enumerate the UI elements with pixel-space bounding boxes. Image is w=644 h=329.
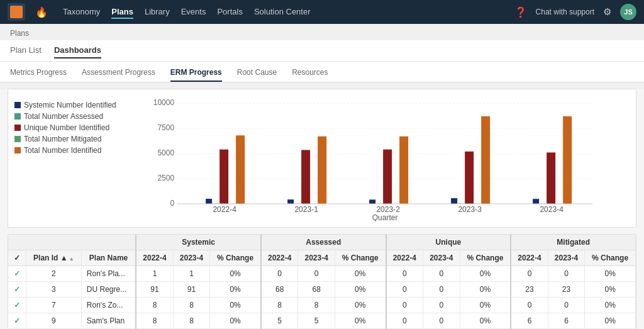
svg-text:2022-4: 2022-4 [213, 205, 236, 214]
chart-container: Systemic Number Identified Total Number … [8, 89, 636, 228]
row-u-pct: 0% [460, 313, 511, 329]
nav-plans[interactable]: Plans [111, 6, 133, 19]
legend-color-systemic-identified [14, 102, 21, 108]
table-col-header-row: ✓ Plan Id ▲ Plan Name 2022-4 2023-4 % Ch… [8, 250, 636, 266]
table-row: ✓ 3 DU Regre... 91 91 0% 68 68 0% 0 0 0%… [8, 282, 636, 298]
nav-events[interactable]: Events [181, 6, 206, 19]
row-a-pct: 0% [335, 313, 386, 329]
row-m-2022: 0 [511, 298, 548, 313]
table-row: ✓ 7 Ron's Zo... 8 8 0% 8 8 0% 0 0 0% 0 0… [8, 298, 636, 313]
row-plan-name: Sam's Plan [81, 313, 136, 329]
row-s-pct: 0% [210, 266, 261, 282]
nav-library[interactable]: Library [145, 6, 170, 19]
th-check[interactable]: ✓ [8, 250, 26, 266]
row-check[interactable]: ✓ [8, 282, 26, 298]
th-a-pct: % Change [335, 250, 386, 266]
row-s-2023: 8 [173, 313, 209, 329]
topnav-right: ❓ Chat with support ⚙ JS [514, 4, 636, 20]
row-m-pct: 0% [585, 313, 636, 329]
bar-unique-2023-2 [383, 150, 392, 204]
app-logo[interactable] [8, 3, 25, 21]
nav-solution-center[interactable]: Solution Center [254, 6, 311, 19]
th-a-2022: 2022-4 [261, 250, 298, 266]
bar-identified-2023-1 [318, 137, 326, 204]
th-m-pct: % Change [585, 250, 636, 266]
th-s-pct: % Change [210, 250, 261, 266]
row-a-2022: 8 [261, 298, 298, 313]
row-a-2023: 0 [298, 266, 335, 282]
row-u-pct: 0% [460, 282, 511, 298]
svg-text:2023-4: 2023-4 [540, 205, 564, 214]
table-body: ✓ 2 Ron's Pla... 1 1 0% 0 0 0% 0 0 0% 0 … [8, 266, 636, 329]
row-u-2023: 0 [423, 313, 460, 329]
row-u-2023: 0 [423, 298, 460, 313]
logo-inner [10, 6, 23, 18]
main-nav: Taxonomy Plans Library Events Portals So… [63, 6, 504, 19]
bar-unique-2022-4 [219, 150, 228, 204]
row-check[interactable]: ✓ [8, 266, 26, 282]
bar-systemic-2023-1 [287, 199, 294, 204]
row-u-2022: 0 [386, 282, 423, 298]
svg-text:5000: 5000 [157, 148, 174, 157]
row-m-2022: 0 [511, 266, 548, 282]
row-m-2023: 0 [548, 298, 584, 313]
row-m-pct: 0% [585, 282, 636, 298]
legend-color-total-mitigated [14, 136, 21, 142]
chat-support-link[interactable]: Chat with support [536, 8, 594, 16]
svg-text:2023-1: 2023-1 [294, 205, 318, 214]
table-row: ✓ 2 Ron's Pla... 1 1 0% 0 0 0% 0 0 0% 0 … [8, 266, 636, 282]
tab-metrics-progress[interactable]: Metrics Progress [10, 65, 67, 82]
svg-text:2023-3: 2023-3 [458, 205, 482, 214]
th-unique: Unique [386, 235, 511, 250]
row-plan-name: DU Regre... [81, 282, 136, 298]
bar-systemic-2022-4 [206, 199, 212, 204]
row-a-2022: 5 [261, 313, 298, 329]
row-m-2023: 0 [548, 266, 584, 282]
bar-unique-2023-1 [301, 150, 310, 204]
bar-unique-2023-4 [547, 152, 555, 204]
help-icon[interactable]: ❓ [514, 6, 527, 18]
row-a-2023: 68 [298, 282, 335, 298]
plan-tabs: Plan List Dashboards [0, 40, 644, 62]
row-check[interactable]: ✓ [8, 298, 26, 313]
tab-dashboards[interactable]: Dashboards [54, 43, 101, 59]
user-avatar[interactable]: JS [620, 4, 636, 20]
th-m-2023: 2023-4 [548, 250, 584, 266]
svg-text:7500: 7500 [157, 123, 174, 132]
nav-portals[interactable]: Portals [217, 6, 242, 19]
th-m-2022: 2022-4 [511, 250, 548, 266]
legend-color-total-identified [14, 147, 21, 153]
chart-area: Systemic Number Identified Total Number … [14, 96, 630, 223]
row-plan-id: 2 [26, 266, 81, 282]
row-m-2022: 23 [511, 282, 548, 298]
tab-assessment-progress[interactable]: Assessment Progress [82, 65, 155, 82]
row-a-2023: 8 [298, 298, 335, 313]
row-check[interactable]: ✓ [8, 313, 26, 329]
row-u-pct: 0% [460, 298, 511, 313]
th-assessed: Assessed [261, 235, 386, 250]
row-a-pct: 0% [335, 282, 386, 298]
legend-color-total-assessed [14, 113, 21, 120]
data-table: Systemic Assessed Unique Mitigated ✓ Pla… [8, 234, 636, 329]
th-s-2022: 2022-4 [136, 250, 173, 266]
row-s-pct: 0% [210, 282, 261, 298]
row-s-2022: 1 [136, 266, 173, 282]
settings-icon[interactable]: ⚙ [603, 6, 611, 18]
chart-svg: 10000 7500 5000 2500 0 [121, 96, 630, 221]
tab-erm-progress[interactable]: ERM Progress [170, 65, 222, 82]
row-u-2023: 0 [423, 266, 460, 282]
th-plan-id[interactable]: Plan Id ▲ [26, 250, 81, 266]
table-group-header-row: Systemic Assessed Unique Mitigated [8, 235, 636, 250]
row-s-2022: 8 [136, 298, 173, 313]
row-plan-id: 3 [26, 282, 81, 298]
nav-taxonomy[interactable]: Taxonomy [63, 6, 100, 19]
th-u-2023: 2023-4 [423, 250, 460, 266]
th-systemic: Systemic [136, 235, 261, 250]
tab-root-cause[interactable]: Root Cause [237, 65, 277, 82]
tab-resources[interactable]: Resources [292, 65, 328, 82]
svg-text:2500: 2500 [157, 174, 174, 182]
legend-label-total-assessed: Total Number Assessed [24, 112, 103, 121]
tab-plan-list[interactable]: Plan List [10, 43, 42, 59]
svg-text:10000: 10000 [153, 98, 174, 107]
row-s-2022: 91 [136, 282, 173, 298]
